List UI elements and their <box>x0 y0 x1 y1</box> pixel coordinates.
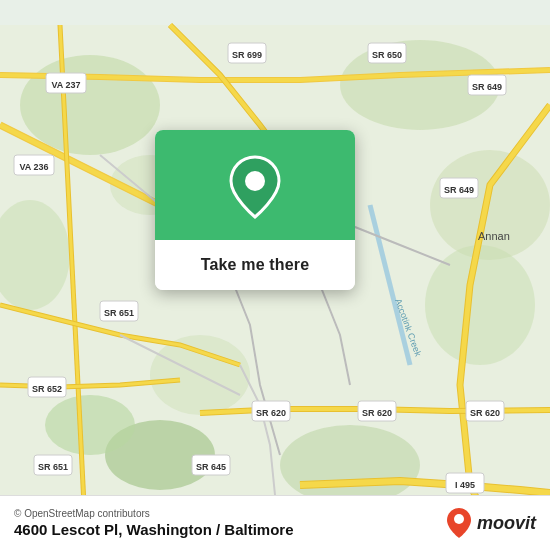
moovit-logo: moovit <box>445 506 536 540</box>
svg-text:SR 651: SR 651 <box>104 308 134 318</box>
svg-text:SR 649: SR 649 <box>444 185 474 195</box>
svg-text:SR 620: SR 620 <box>362 408 392 418</box>
map-container: Accotink Creek <box>0 0 550 550</box>
location-address: 4600 Lescot Pl, Washington / Baltimore <box>14 521 294 538</box>
moovit-pin-icon <box>445 506 473 540</box>
svg-text:SR 699: SR 699 <box>232 50 262 60</box>
svg-text:SR 650: SR 650 <box>372 50 402 60</box>
svg-point-1 <box>20 55 160 155</box>
svg-point-4 <box>425 245 535 365</box>
moovit-brand-text: moovit <box>477 513 536 534</box>
svg-text:VA 236: VA 236 <box>19 162 48 172</box>
popup-icon-area <box>155 130 355 240</box>
svg-point-6 <box>45 395 135 455</box>
svg-text:I 495: I 495 <box>455 480 475 490</box>
svg-text:SR 620: SR 620 <box>256 408 286 418</box>
svg-text:SR 651: SR 651 <box>38 462 68 472</box>
svg-text:SR 649: SR 649 <box>472 82 502 92</box>
bottom-left: © OpenStreetMap contributors 4600 Lescot… <box>14 508 294 538</box>
take-me-there-button[interactable]: Take me there <box>155 240 355 290</box>
svg-text:SR 652: SR 652 <box>32 384 62 394</box>
svg-text:Annan: Annan <box>478 230 510 242</box>
popup-card: Take me there <box>155 130 355 290</box>
map-pin-icon <box>225 152 285 222</box>
bottom-bar: © OpenStreetMap contributors 4600 Lescot… <box>0 495 550 550</box>
svg-point-3 <box>430 150 550 260</box>
svg-text:SR 620: SR 620 <box>470 408 500 418</box>
svg-point-43 <box>245 171 265 191</box>
svg-text:VA 237: VA 237 <box>51 80 80 90</box>
map-attribution: © OpenStreetMap contributors <box>14 508 294 519</box>
svg-point-7 <box>280 425 420 505</box>
svg-point-44 <box>454 514 464 524</box>
svg-text:SR 645: SR 645 <box>196 462 226 472</box>
